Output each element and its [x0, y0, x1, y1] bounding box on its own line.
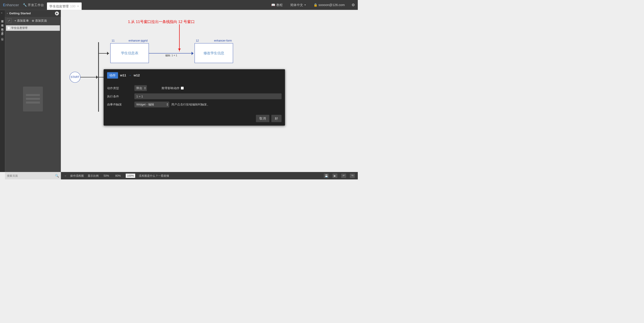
play-icon: ▶	[334, 174, 336, 177]
save-button[interactable]: 💾	[324, 174, 329, 178]
language-label: 简体中文	[290, 3, 303, 7]
user-email: soooon@126.com	[318, 3, 344, 7]
node-label: 修改学生信息	[204, 51, 224, 55]
edge-label: 编辑: 1 = 1	[165, 54, 177, 57]
flow-diagram-link[interactable]: 操作流程图	[70, 174, 84, 178]
book-icon: 📖	[271, 3, 275, 7]
dialog-body: 动作类型 弹出 附带影响动作 执行条件 1 = 1 由事件触发 Widget -…	[104, 81, 285, 112]
start-label: START	[71, 75, 80, 79]
lock-icon: 🔒	[314, 3, 318, 7]
plus-circle-icon: ⊕	[32, 19, 34, 22]
run-button[interactable]: ▶	[332, 174, 338, 178]
dialog-header: 动作 w11 → w12	[104, 69, 285, 81]
node-id: 12	[196, 39, 199, 42]
flow-node-11[interactable]: 11 enhancer-jqgrid 学生信息表	[110, 43, 149, 63]
arrow-right-icon	[107, 52, 111, 55]
dev-console-link[interactable]: 🔧 开发工作台	[20, 3, 47, 7]
node-type: enhancer-jqgrid	[128, 39, 148, 42]
action-type-select[interactable]: 弹出	[134, 85, 147, 91]
sidebar: ‹ Getting Started ▶ ⤢ + 添加菜单 ⊕ 添加页面 学生信息…	[5, 10, 61, 172]
save-icon: 💾	[325, 174, 328, 177]
undo-icon: ↶	[342, 174, 345, 177]
row-condition: 执行条件 1 = 1	[107, 93, 282, 99]
zoom-label: 显示比例	[88, 174, 98, 178]
flow-canvas[interactable]: 1.从 11号窗口拉出一条线指向 12 号窗口 START 11 enhance…	[61, 10, 358, 172]
node-label: 学生信息表	[121, 51, 138, 55]
node-id: 11	[112, 39, 115, 42]
rail-global-cfg[interactable]: 全局配置	[1, 24, 4, 28]
tab-active[interactable]: 学生信息管理 100 ✕	[47, 2, 82, 10]
arrow-right-icon: →	[128, 73, 132, 77]
rail-page-mgmt[interactable]: 页面管理	[1, 16, 4, 20]
file-icon	[8, 26, 10, 29]
what-is-flow-link[interactable]: 流程图是什么？一看就懂	[139, 174, 169, 178]
dialog-to: w12	[134, 73, 140, 77]
gear-icon: ⚙	[352, 3, 355, 7]
node-type: enhancer-form	[214, 39, 232, 42]
event-label: 由事件触发	[107, 102, 134, 107]
start-node[interactable]: START	[70, 72, 80, 83]
add-page-label: 添加页面	[35, 18, 47, 22]
tutorial-link[interactable]: 📖 教程	[268, 3, 286, 7]
tab-title: 学生信息管理	[50, 4, 69, 8]
empty-document-illustration	[23, 87, 43, 111]
rail-role-mgmt[interactable]: 角色管理	[1, 20, 4, 24]
sidebar-toolbar: ⤢ + 添加菜单 ⊕ 添加页面	[5, 17, 61, 24]
sidebar-header: ‹ Getting Started ▶	[5, 10, 61, 17]
cancel-button[interactable]: 取消	[256, 115, 270, 122]
add-menu-label: 添加菜单	[17, 18, 29, 22]
top-bar: Enhancer 🔧 开发工作台 学生信息管理 100 ✕ 📖 教程 简体中文 …	[0, 0, 358, 10]
left-rail: « 页面管理 角色管理 全局配置 自定义 Http 接口	[0, 10, 5, 172]
plus-icon: +	[14, 19, 16, 22]
flow-node-12[interactable]: 12 enhancer-form 修改学生信息	[194, 43, 233, 63]
flow-edge-start	[80, 77, 98, 77]
redo-icon: ↷	[351, 174, 354, 177]
expand-toggle[interactable]: ⤢	[7, 18, 12, 23]
event-select[interactable]: Widget - 编辑	[134, 102, 169, 107]
add-page-button[interactable]: ⊕ 添加页面	[32, 18, 47, 22]
play-button[interactable]: ▶	[55, 11, 59, 15]
tutorial-label: 教程	[276, 3, 283, 7]
sidebar-search: 🔍	[5, 172, 61, 179]
wrench-icon: 🔧	[23, 3, 27, 7]
zoom-100[interactable]: 100%	[126, 174, 135, 178]
add-menu-button[interactable]: + 添加菜单	[14, 18, 28, 22]
dialog-from: w11	[120, 73, 126, 77]
side-effect-label: 附带影响动作	[162, 86, 180, 90]
search-icon[interactable]: 🔍	[55, 174, 59, 178]
zoom-80[interactable]: 80%	[114, 174, 122, 178]
chevron-down-icon: ▼	[304, 4, 306, 6]
zoom-50[interactable]: 50%	[102, 174, 110, 178]
event-hint: 用户点击行按钮编辑时触发。	[171, 102, 210, 107]
row-action-type: 动作类型 弹出 附带影响动作	[107, 85, 282, 91]
condition-input[interactable]: 1 = 1	[134, 93, 282, 99]
row-event: 由事件触发 Widget - 编辑 用户点击行按钮编辑时触发。	[107, 102, 282, 107]
chevron-left-icon[interactable]: ‹	[7, 12, 8, 15]
brand-logo: Enhancer	[0, 3, 20, 7]
sidebar-title: Getting Started	[9, 11, 31, 15]
flow-edge-11-12[interactable]	[149, 53, 194, 54]
tree-item-label: 学生信息管理	[11, 26, 28, 30]
annotation-arrow-1	[179, 24, 180, 51]
collapse-rail-icon[interactable]: «	[1, 11, 2, 14]
dialog-badge: 动作	[107, 72, 118, 78]
tab-id: 100	[70, 4, 75, 8]
close-icon[interactable]: ✕	[77, 5, 79, 8]
tree-item-student-mgmt[interactable]: 学生信息管理	[6, 25, 60, 31]
redo-button[interactable]: ↷	[350, 174, 355, 178]
brand-rest: nhancer	[5, 3, 19, 7]
side-effect-checkbox[interactable]	[181, 87, 184, 89]
user-menu[interactable]: 🔒 soooon@126.com	[310, 3, 348, 7]
arrow-right-icon: →	[64, 174, 67, 177]
action-dialog: 动作 w11 → w12 动作类型 弹出 附带影响动作 执行条件 1 = 1 由…	[104, 69, 285, 126]
undo-button[interactable]: ↶	[341, 174, 346, 178]
rail-http-api[interactable]: 自定义 Http 接口	[1, 28, 4, 38]
search-input[interactable]	[7, 174, 55, 177]
dialog-title: w11 → w12	[120, 73, 140, 77]
action-type-label: 动作类型	[107, 86, 134, 90]
condition-label: 执行条件	[107, 94, 134, 98]
settings-button[interactable]: ⚙	[348, 3, 358, 7]
language-dropdown[interactable]: 简体中文 ▼	[286, 3, 310, 7]
brand-e: E	[3, 3, 5, 7]
ok-button[interactable]: 好	[271, 115, 282, 122]
